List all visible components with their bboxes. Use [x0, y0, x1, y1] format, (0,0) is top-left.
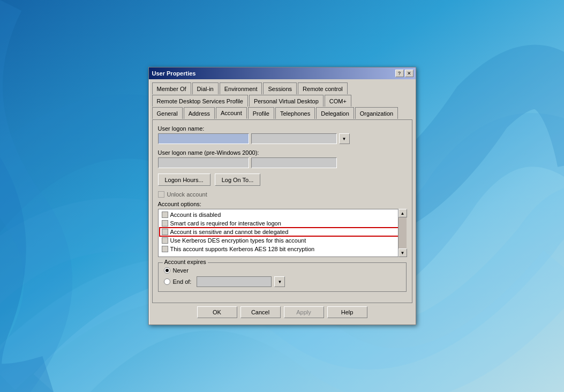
user-logon-pre2000-prefix [158, 157, 249, 168]
option-kerberos-des-label: Use Kerberos DES encryption types for th… [170, 237, 306, 244]
tab-row-1: Member Of Dial-in Environment Sessions R… [152, 82, 412, 94]
options-list-inner: Account is disabled Smart card is requir… [159, 209, 406, 254]
endof-date-input[interactable] [197, 276, 272, 287]
radio-endof-label: End of: [173, 278, 192, 285]
account-expires-group: Account expires Never End of: ▼ [158, 262, 407, 292]
tab-telephones[interactable]: Telephones [275, 107, 315, 119]
user-logon-group: User logon name: ▼ [158, 125, 407, 144]
unlock-account-checkbox[interactable] [158, 191, 164, 198]
title-bar: User Properties ? ✕ [149, 67, 416, 79]
option-sensitive-checkbox[interactable] [162, 229, 168, 235]
tab-com[interactable]: COM+ [325, 95, 351, 107]
tab-address[interactable]: Address [184, 107, 215, 119]
tab-dial-in[interactable]: Dial-in [192, 82, 219, 94]
option-kerberos-des-checkbox[interactable] [162, 237, 168, 244]
scroll-track [398, 217, 407, 248]
tab-general[interactable]: General [152, 107, 183, 119]
radio-never-label: Never [173, 267, 189, 274]
tab-panel-account: User logon name: ▼ User logon name (pre-… [152, 119, 412, 303]
options-scrollbar: ▲ ▼ [398, 209, 407, 257]
option-disabled-checkbox[interactable] [162, 212, 168, 218]
tab-rows: Member Of Dial-in Environment Sessions R… [152, 82, 412, 118]
tab-row-3: General Address Account Profile Telephon… [152, 107, 412, 118]
option-kerberos-aes-checkbox[interactable] [162, 246, 168, 252]
cancel-button[interactable]: Cancel [240, 306, 281, 318]
option-disabled[interactable]: Account is disabled [160, 210, 405, 219]
user-logon-domain-dropdown[interactable]: ▼ [339, 133, 350, 144]
user-properties-dialog: User Properties ? ✕ Member Of Dial-in En… [148, 67, 416, 325]
title-bar-buttons: ? ✕ [395, 70, 413, 77]
tab-profile[interactable]: Profile [248, 107, 274, 119]
tab-rdp[interactable]: Remote Desktop Services Profile [152, 95, 248, 107]
tab-delegation[interactable]: Delegation [316, 107, 354, 119]
scroll-up-arrow[interactable]: ▲ [398, 209, 407, 217]
account-options-label: Account options: [158, 201, 407, 207]
option-sensitive-label: Account is sensitive and cannot be deleg… [170, 229, 289, 235]
apply-button[interactable]: Apply [284, 306, 324, 318]
dialog-title: User Properties [152, 70, 196, 77]
tab-row-2: Remote Desktop Services Profile Personal… [152, 95, 412, 106]
user-logon-pre2000-label: User logon name (pre-Windows 2000): [158, 149, 407, 156]
dialog-content: Member Of Dial-in Environment Sessions R… [149, 79, 416, 325]
close-title-btn[interactable]: ✕ [405, 70, 413, 77]
account-options-section: Account options: Account is disabled [158, 201, 407, 257]
user-logon-label: User logon name: [158, 125, 407, 132]
tab-organization[interactable]: Organization [355, 107, 398, 119]
tab-member-of[interactable]: Member Of [152, 82, 191, 94]
radio-never[interactable] [164, 267, 170, 274]
endof-dropdown[interactable]: ▼ [274, 276, 285, 287]
tab-environment[interactable]: Environment [220, 82, 262, 94]
unlock-account-row: Unlock account [158, 191, 407, 198]
option-smartcard[interactable]: Smart card is required for interactive l… [160, 219, 405, 228]
option-smartcard-checkbox[interactable] [162, 220, 168, 227]
tab-sessions[interactable]: Sessions [263, 82, 297, 94]
logon-hours-button[interactable]: Logon Hours... [158, 174, 210, 186]
option-sensitive[interactable]: Account is sensitive and cannot be deleg… [160, 228, 405, 236]
option-kerberos-des[interactable]: Use Kerberos DES encryption types for th… [160, 236, 405, 245]
radio-endof-row: End of: ▼ [164, 276, 401, 287]
help-title-btn[interactable]: ? [395, 70, 404, 77]
log-on-to-button[interactable]: Log On To... [215, 174, 261, 186]
tab-account[interactable]: Account [216, 107, 247, 119]
user-logon-pre2000-input[interactable] [251, 157, 337, 168]
user-logon-input[interactable] [158, 133, 249, 144]
option-disabled-label: Account is disabled [170, 212, 221, 218]
option-smartcard-label: Smart card is required for interactive l… [170, 220, 281, 227]
user-logon-pre2000-input-row [158, 157, 407, 168]
tab-pvd[interactable]: Personal Virtual Desktop [249, 95, 324, 107]
unlock-account-label: Unlock account [167, 191, 207, 198]
user-logon-pre2000-group: User logon name (pre-Windows 2000): [158, 149, 407, 168]
radio-never-row: Never [164, 267, 401, 274]
radio-endof[interactable] [164, 278, 170, 285]
option-kerberos-aes[interactable]: This account supports Kerberos AES 128 b… [160, 245, 405, 253]
ok-button[interactable]: OK [197, 306, 237, 318]
user-logon-domain-input[interactable] [251, 133, 337, 144]
help-button[interactable]: Help [327, 306, 367, 318]
options-scroll-wrapper: Account is disabled Smart card is requir… [158, 209, 407, 257]
bottom-buttons-row: OK Cancel Apply Help [152, 303, 412, 321]
option-kerberos-aes-label: This account supports Kerberos AES 128 b… [170, 246, 315, 252]
scroll-down-arrow[interactable]: ▼ [398, 248, 407, 257]
account-options-list: Account is disabled Smart card is requir… [158, 209, 407, 257]
account-expires-label: Account expires [163, 259, 208, 265]
user-logon-input-row: ▼ [158, 133, 407, 144]
tab-remote-control[interactable]: Remote control [298, 82, 348, 94]
logon-buttons-row: Logon Hours... Log On To... [158, 174, 407, 186]
